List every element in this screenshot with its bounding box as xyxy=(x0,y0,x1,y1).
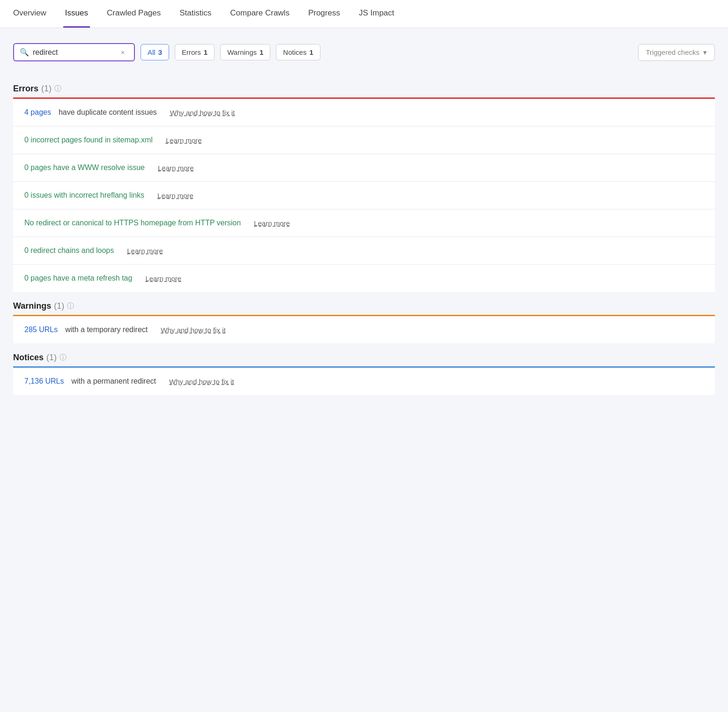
errors-count: (1) xyxy=(41,84,52,94)
search-input[interactable]: redirect xyxy=(33,48,117,57)
errors-info-icon[interactable]: ⓘ xyxy=(54,84,61,93)
issue-urls-link[interactable]: 285 URLs xyxy=(24,326,58,334)
issue-text-perm-redirect: with a permanent redirect xyxy=(72,377,156,386)
filter-notices-label: Notices xyxy=(283,48,306,56)
table-row: No redirect or canonical to HTTPS homepa… xyxy=(13,209,715,237)
nav-bar: Overview Issues Crawled Pages Statistics… xyxy=(0,0,728,28)
issue-text-temp-redirect: with a temporary redirect xyxy=(65,326,148,334)
issue-pages-link[interactable]: 4 pages xyxy=(24,108,51,117)
warnings-section-header: Warnings (1) ⓘ xyxy=(13,292,715,315)
notices-section-header: Notices (1) ⓘ xyxy=(13,343,715,366)
issue-text-redirect-chains: 0 redirect chains and loops xyxy=(24,246,114,255)
fix-link-temp-redirect[interactable]: Why and how to fix it xyxy=(161,326,225,334)
table-row: 0 pages have a WWW resolve issue Learn m… xyxy=(13,154,715,182)
warnings-section: Warnings (1) ⓘ 285 URLs with a temporary… xyxy=(13,292,715,343)
issue-perm-redirect-urls-link[interactable]: 7,136 URLs xyxy=(24,377,64,386)
search-icon: 🔍 xyxy=(20,48,29,57)
table-row: 285 URLs with a temporary redirect Why a… xyxy=(13,316,715,343)
nav-statistics[interactable]: Statistics xyxy=(178,0,213,28)
filter-all-button[interactable]: All 3 xyxy=(141,44,169,60)
errors-issue-group: 4 pages have duplicate content issues Wh… xyxy=(13,99,715,292)
warnings-issue-group: 285 URLs with a temporary redirect Why a… xyxy=(13,316,715,343)
fix-link-perm-redirect[interactable]: Why and how to fix it xyxy=(169,378,234,386)
issue-text-meta-refresh: 0 pages have a meta refresh tag xyxy=(24,274,132,282)
notices-count: (1) xyxy=(46,353,57,363)
filter-bar: 🔍 redirect × All 3 Errors 1 Warnings 1 N… xyxy=(13,43,715,61)
table-row: 4 pages have duplicate content issues Wh… xyxy=(13,99,715,126)
issue-text-hreflang: 0 issues with incorrect hreflang links xyxy=(24,191,144,200)
learn-link-meta-refresh[interactable]: Learn more xyxy=(145,274,181,282)
notices-section: Notices (1) ⓘ 7,136 URLs with a permanen… xyxy=(13,343,715,395)
table-row: 0 issues with incorrect hreflang links L… xyxy=(13,182,715,209)
clear-search-icon[interactable]: × xyxy=(121,49,125,56)
errors-section-header: Errors (1) ⓘ xyxy=(13,74,715,97)
learn-link-redirect-chains[interactable]: Learn more xyxy=(127,247,163,255)
issue-text-www: 0 pages have a WWW resolve issue xyxy=(24,163,145,172)
table-row: 0 incorrect pages found in sitemap.xml L… xyxy=(13,126,715,154)
errors-label: Errors xyxy=(13,84,38,94)
filter-errors-button[interactable]: Errors 1 xyxy=(175,44,215,60)
table-row: 0 pages have a meta refresh tag Learn mo… xyxy=(13,265,715,292)
notices-info-icon[interactable]: ⓘ xyxy=(59,353,67,362)
filter-warnings-count: 1 xyxy=(260,48,263,56)
main-content: 🔍 redirect × All 3 Errors 1 Warnings 1 N… xyxy=(0,28,728,410)
learn-link-hreflang[interactable]: Learn more xyxy=(157,192,193,200)
warnings-count: (1) xyxy=(54,301,64,311)
table-row: 7,136 URLs with a permanent redirect Why… xyxy=(13,368,715,395)
filter-errors-count: 1 xyxy=(204,48,208,56)
warnings-info-icon[interactable]: ⓘ xyxy=(67,302,74,311)
filter-all-label: All xyxy=(148,48,156,56)
table-row: 0 redirect chains and loops Learn more xyxy=(13,237,715,265)
filter-notices-button[interactable]: Notices 1 xyxy=(276,44,320,60)
nav-js-impact[interactable]: JS Impact xyxy=(357,0,396,28)
chevron-down-icon: ▾ xyxy=(703,48,707,57)
nav-compare-crawls[interactable]: Compare Crawls xyxy=(228,0,291,28)
triggered-checks-button[interactable]: Triggered checks ▾ xyxy=(638,44,715,61)
filter-warnings-label: Warnings xyxy=(227,48,257,56)
nav-crawled-pages[interactable]: Crawled Pages xyxy=(105,0,163,28)
filter-notices-count: 1 xyxy=(309,48,313,56)
nav-issues[interactable]: Issues xyxy=(63,0,90,28)
errors-section: Errors (1) ⓘ 4 pages have duplicate cont… xyxy=(13,74,715,292)
learn-link-https[interactable]: Learn more xyxy=(254,219,290,227)
filter-warnings-button[interactable]: Warnings 1 xyxy=(220,44,270,60)
issue-text-https: No redirect or canonical to HTTPS homepa… xyxy=(24,219,241,227)
issue-text-duplicate: have duplicate content issues xyxy=(59,108,157,117)
search-box: 🔍 redirect × xyxy=(13,43,135,61)
issue-text-sitemap: 0 incorrect pages found in sitemap.xml xyxy=(24,136,153,144)
learn-link-sitemap[interactable]: Learn more xyxy=(166,136,202,144)
triggered-checks-label: Triggered checks xyxy=(646,48,700,56)
filter-all-count: 3 xyxy=(158,48,162,56)
fix-link-duplicate[interactable]: Why and how to fix it xyxy=(170,109,235,117)
filter-errors-label: Errors xyxy=(182,48,201,56)
warnings-label: Warnings xyxy=(13,301,51,311)
notices-label: Notices xyxy=(13,353,44,363)
nav-progress[interactable]: Progress xyxy=(306,0,342,28)
notices-issue-group: 7,136 URLs with a permanent redirect Why… xyxy=(13,368,715,395)
learn-link-www[interactable]: Learn more xyxy=(158,164,194,172)
nav-overview[interactable]: Overview xyxy=(11,0,48,28)
